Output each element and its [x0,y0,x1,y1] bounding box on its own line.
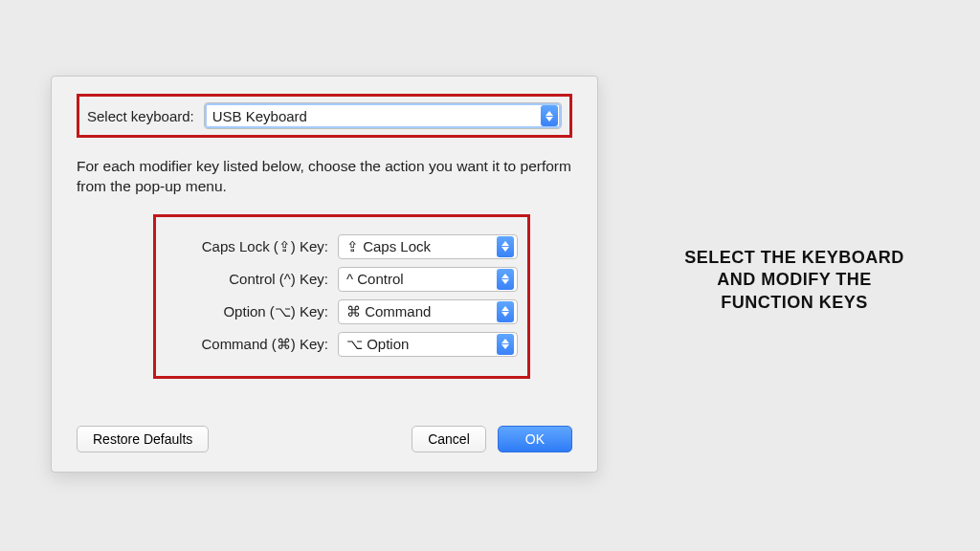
annotation-text: SELECT THE KEYBOARD AND MODIFY THE FUNCT… [670,247,919,314]
chevron-up-down-icon [541,105,558,126]
select-value: ⇪ Caps Lock [346,238,431,255]
option-select[interactable]: ⌘ Command [338,299,518,324]
keyboard-select-value: USB Keyboard [212,108,307,124]
chevron-up-down-icon [497,301,514,322]
modifier-label: Command (⌘) Key: [201,336,328,353]
chevron-up-down-icon [497,269,514,290]
modifier-label: Control (^) Key: [229,271,328,287]
cancel-button[interactable]: Cancel [412,426,486,452]
modifier-table: Caps Lock (⇪) Key: ⇪ Caps Lock Control (… [153,214,530,379]
keyboard-select-row: Select keyboard: USB Keyboard [77,94,572,138]
chevron-up-down-icon [497,334,514,355]
keyboard-select-label: Select keyboard: [87,108,194,124]
modifier-label: Option (⌥) Key: [223,303,328,320]
command-select[interactable]: ⌥ Option [338,332,518,357]
modifier-keys-dialog: Select keyboard: USB Keyboard For each m… [51,76,598,473]
modifier-row-capslock: Caps Lock (⇪) Key: ⇪ Caps Lock [166,234,518,259]
modifier-row-command: Command (⌘) Key: ⌥ Option [166,332,518,357]
select-value: ⌘ Command [346,303,431,320]
select-value: ^ Control [346,271,404,287]
keyboard-select[interactable]: USB Keyboard [204,102,562,129]
ok-button[interactable]: OK [498,426,572,452]
chevron-up-down-icon [497,236,514,257]
modifier-label: Caps Lock (⇪) Key: [202,238,328,255]
restore-defaults-button[interactable]: Restore Defaults [77,426,209,452]
capslock-select[interactable]: ⇪ Caps Lock [338,234,518,259]
modifier-row-control: Control (^) Key: ^ Control [166,267,518,292]
select-value: ⌥ Option [346,336,409,353]
control-select[interactable]: ^ Control [338,267,518,292]
dialog-buttons: Restore Defaults Cancel OK [77,426,572,452]
modifier-row-option: Option (⌥) Key: ⌘ Command [166,299,518,324]
instructions-text: For each modifier key listed below, choo… [77,157,572,197]
